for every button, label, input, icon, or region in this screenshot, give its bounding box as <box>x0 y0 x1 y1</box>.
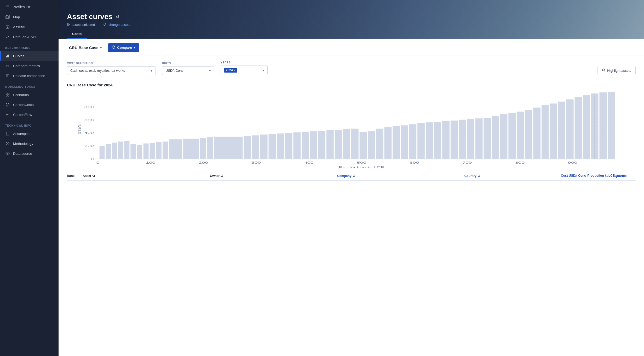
page-title: Asset curves <box>67 13 112 21</box>
svg-text:Production kt LCE: Production kt LCE <box>339 165 384 169</box>
svg-rect-42 <box>118 141 123 159</box>
svg-rect-50 <box>169 139 182 159</box>
col-header-owner[interactable]: Owner <box>210 174 337 178</box>
sidebar-profiles[interactable]: ☰ Profiles list <box>0 0 59 12</box>
sidebar-item-datalab[interactable]: DataLab & API <box>0 32 59 42</box>
col-header-rank[interactable]: Rank <box>67 174 83 178</box>
cost-definition-select[interactable]: Cash costs, excl. royalties, ex-works ▾ <box>67 66 156 75</box>
sidebar-item-data-source[interactable]: Data source <box>0 149 59 158</box>
cost-definition-label: COST DEFINITION <box>67 62 156 65</box>
svg-rect-95 <box>575 97 582 159</box>
svg-rect-86 <box>500 114 508 159</box>
svg-rect-63 <box>310 131 317 159</box>
svg-rect-8 <box>8 93 9 94</box>
modelling-tools-section-label: MODELLING TOOLS <box>0 81 59 90</box>
svg-text:100: 100 <box>146 161 155 164</box>
svg-rect-51 <box>183 139 199 159</box>
compare-button[interactable]: Compare ▾ <box>108 43 139 52</box>
svg-rect-67 <box>343 129 350 159</box>
svg-point-104 <box>478 175 480 176</box>
country-search-icon[interactable] <box>478 174 481 177</box>
sidebar-item-assetai[interactable]: AssetAI <box>0 22 59 32</box>
quartile-label: Quartile <box>615 174 626 178</box>
svg-text:500: 500 <box>357 161 366 164</box>
svg-rect-0 <box>6 25 9 28</box>
svg-text:900: 900 <box>568 161 577 164</box>
sidebar-item-scenarios[interactable]: Scenarios <box>0 90 59 100</box>
svg-rect-94 <box>566 99 574 159</box>
compare-icon <box>112 45 116 50</box>
svg-point-102 <box>221 175 223 176</box>
svg-rect-74 <box>401 125 408 159</box>
svg-rect-87 <box>508 113 516 159</box>
years-label: YEARS <box>221 61 268 64</box>
col-header-cost[interactable]: Cost USD/t Conc <box>560 174 586 178</box>
sidebar-item-carboncosts[interactable]: CarbonCosts <box>0 100 59 110</box>
main-content: Asset curves ↺ 54 assets selected | ↺ ch… <box>59 0 644 356</box>
company-search-icon[interactable] <box>353 174 356 177</box>
svg-rect-40 <box>106 144 111 159</box>
compare-metrics-icon <box>5 63 10 68</box>
scenario-selector[interactable]: CRU Base Case ▾ <box>67 44 104 51</box>
page-title-container: Asset curves ↺ <box>67 6 636 21</box>
col-header-asset[interactable]: Asset <box>83 174 210 178</box>
assumptions-icon <box>5 131 10 136</box>
svg-rect-78 <box>434 122 441 159</box>
svg-rect-70 <box>368 131 375 159</box>
svg-rect-90 <box>533 108 540 159</box>
highlight-assets-button[interactable]: Highlight assets <box>597 66 636 75</box>
svg-rect-39 <box>100 146 105 159</box>
svg-rect-89 <box>525 110 532 159</box>
units-chevron-icon: ▾ <box>209 69 211 73</box>
year-tag-remove-icon[interactable]: × <box>234 69 235 72</box>
units-select[interactable]: USD/t Conc ▾ <box>162 66 214 75</box>
sidebar-item-release-comparison[interactable]: Release comparison <box>0 71 59 81</box>
cost-definition-filter: COST DEFINITION Cash costs, excl. royalt… <box>67 62 156 75</box>
tab-costs[interactable]: Costs <box>67 30 87 39</box>
svg-rect-57 <box>260 135 268 159</box>
release-comparison-label: Release comparison <box>13 74 45 78</box>
svg-text:200: 200 <box>199 161 208 164</box>
svg-rect-91 <box>542 105 549 159</box>
svg-rect-46 <box>143 144 149 159</box>
compare-metrics-label: Compare metrics <box>13 64 40 68</box>
hero-tabs: Costs <box>67 30 636 39</box>
company-label: Company <box>337 174 352 178</box>
svg-rect-62 <box>302 132 309 159</box>
svg-rect-52 <box>200 138 206 159</box>
svg-text:800: 800 <box>515 161 525 164</box>
asset-search-icon[interactable] <box>92 174 95 177</box>
svg-point-11 <box>6 103 9 106</box>
svg-rect-83 <box>475 118 483 159</box>
sidebar-item-carbonflow[interactable]: CarbonFlow <box>0 110 59 120</box>
col-header-production[interactable]: Production kt LCE <box>586 174 615 178</box>
sidebar-item-map[interactable]: Map <box>0 12 59 22</box>
svg-rect-88 <box>517 112 524 159</box>
svg-text:0: 0 <box>96 161 100 164</box>
hamburger-icon: ☰ <box>5 5 10 9</box>
change-assets-link[interactable]: change assets <box>108 23 130 27</box>
hero-subtitle: 54 assets selected | ↺ change assets <box>67 22 636 27</box>
svg-rect-3 <box>7 55 8 57</box>
sidebar: ☰ Profiles list Map AssetAI DataLab & AP… <box>0 0 59 356</box>
col-header-country[interactable]: Country <box>464 174 560 178</box>
svg-rect-73 <box>393 126 400 159</box>
col-header-quartile[interactable]: Quartile <box>615 174 636 178</box>
toolbar: CRU Base Case ▾ Compare ▾ <box>59 39 644 56</box>
carbonflow-label: CarbonFlow <box>13 113 32 117</box>
refresh-icon[interactable]: ↺ <box>115 14 120 19</box>
sidebar-item-methodology[interactable]: Methodology <box>0 139 59 149</box>
col-header-company[interactable]: Company <box>337 174 464 178</box>
svg-rect-93 <box>558 102 565 159</box>
owner-search-icon[interactable] <box>221 174 224 177</box>
sidebar-item-curves[interactable]: Curves <box>0 51 59 61</box>
sidebar-item-compare-metrics[interactable]: Compare metrics <box>0 61 59 71</box>
svg-rect-80 <box>451 121 458 159</box>
table-section: Rank Asset Owner Company Country <box>59 170 644 181</box>
sidebar-item-assumptions[interactable]: Assumptions <box>0 129 59 139</box>
content-area: CRU Base Case ▾ Compare ▾ COST DEFINITIO… <box>59 39 644 356</box>
svg-rect-92 <box>550 104 557 159</box>
years-select[interactable]: 2024 × ▾ <box>221 66 268 75</box>
svg-rect-13 <box>6 132 9 135</box>
owner-label: Owner <box>210 174 220 178</box>
